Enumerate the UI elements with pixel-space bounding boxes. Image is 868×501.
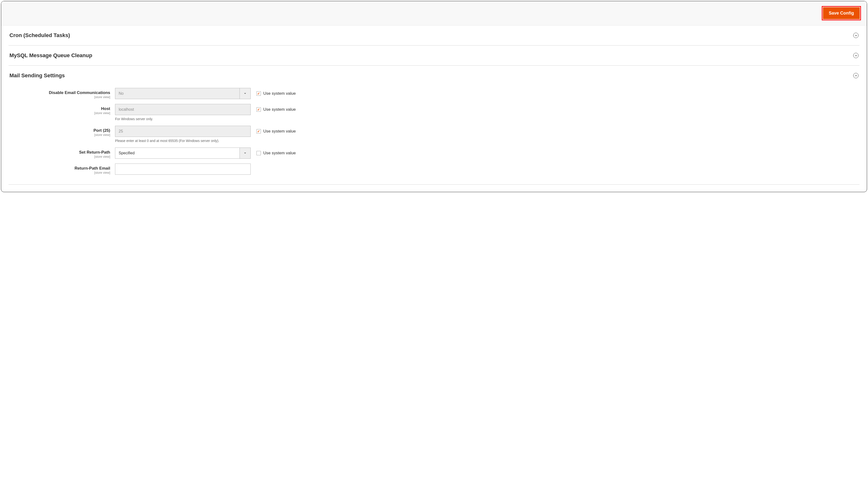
use-system-checkbox-disable-email[interactable] [257,91,261,96]
use-system-checkbox-return-path[interactable] [257,151,261,155]
use-system-label: Use system value [263,151,296,156]
label-col: Set Return-Path [store view] [9,148,115,158]
caret-down-icon [239,88,251,99]
use-system-label: Use system value [263,91,296,96]
row-return-path-email: Return-Path Email [store view] [9,163,859,175]
host-input-wrap [115,104,251,115]
field-label: Set Return-Path [79,150,110,154]
system-value-col: Use system value [251,104,296,115]
field-label: Host [101,106,110,111]
input-col: For Windows server only. [115,104,251,121]
return-path-select[interactable]: Specified [115,148,251,159]
header-bar: Save Config [1,1,867,25]
helper-text: For Windows server only. [115,117,251,121]
scope-label: [store view] [9,111,110,115]
input-col [115,163,251,175]
chevron-up-icon [853,73,859,78]
scope-label: [store view] [9,171,110,174]
field-label: Port (25) [94,128,110,133]
return-path-email-input-wrap [115,163,251,175]
input-col: Specified [115,148,251,159]
row-host: Host [store view] For Windows server onl… [9,104,859,121]
section-header-mail[interactable]: Mail Sending Settings [9,66,859,86]
host-input[interactable] [119,104,247,115]
scope-label: [store view] [9,95,110,99]
scope-label: [store view] [9,155,110,158]
save-config-button[interactable]: Save Config [823,7,860,19]
save-button-highlight: Save Config [822,6,861,20]
row-return-path: Set Return-Path [store view] Specified [9,148,859,159]
use-system-label: Use system value [263,107,296,112]
label-col: Disable Email Communications [store view… [9,88,115,99]
system-value-col: Use system value [251,126,296,137]
section-mail: Mail Sending Settings Disable Email Comm… [9,66,859,184]
section-title-mail: Mail Sending Settings [9,73,65,79]
content-area: Cron (Scheduled Tasks) MySQL Message Que… [1,25,867,192]
use-system-checkbox-port[interactable] [257,129,261,134]
return-path-email-input[interactable] [119,164,247,174]
system-value-col: Use system value [251,148,296,159]
field-label: Disable Email Communications [49,90,110,95]
config-page: Save Config Cron (Scheduled Tasks) MySQL… [1,1,867,192]
label-col: Port (25) [store view] [9,126,115,137]
label-col: Host [store view] [9,104,115,115]
section-mysql: MySQL Message Queue Cleanup [9,45,859,66]
select-value: No [115,88,239,99]
section-title-mysql: MySQL Message Queue Cleanup [9,52,92,58]
caret-down-icon [239,148,251,159]
helper-text: Please enter at least 0 and at most 6553… [115,139,251,143]
label-col: Return-Path Email [store view] [9,163,115,174]
disable-email-select[interactable]: No [115,88,251,99]
chevron-down-icon [853,33,859,38]
section-title-cron: Cron (Scheduled Tasks) [9,32,70,39]
port-input-wrap [115,126,251,137]
input-col: Please enter at least 0 and at most 6553… [115,126,251,143]
mail-form: Disable Email Communications [store view… [9,86,859,184]
port-input[interactable] [119,126,247,137]
system-value-col: Use system value [251,88,296,99]
input-col: No [115,88,251,99]
select-value: Specified [115,148,239,159]
row-port: Port (25) [store view] Please enter at l… [9,126,859,143]
chevron-down-icon [853,53,859,58]
scope-label: [store view] [9,133,110,137]
section-header-mysql[interactable]: MySQL Message Queue Cleanup [9,45,859,65]
use-system-checkbox-host[interactable] [257,107,261,112]
field-label: Return-Path Email [75,166,110,171]
section-header-cron[interactable]: Cron (Scheduled Tasks) [9,25,859,45]
row-disable-email: Disable Email Communications [store view… [9,88,859,99]
use-system-label: Use system value [263,129,296,134]
section-cron: Cron (Scheduled Tasks) [9,25,859,45]
